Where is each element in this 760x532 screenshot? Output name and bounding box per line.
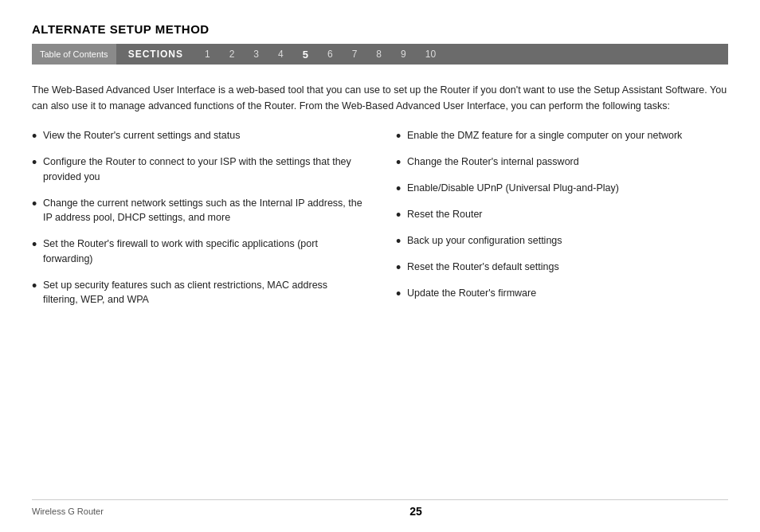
- list-item: • Change the Router's internal password: [396, 155, 728, 170]
- list-item: • Enable/Disable UPnP (Universal Plug-an…: [396, 181, 728, 196]
- right-column: • Enable the DMZ feature for a single co…: [396, 128, 728, 319]
- nav-num-2[interactable]: 2: [220, 49, 245, 60]
- bullet-icon: •: [396, 182, 407, 196]
- list-item: • Set the Router's firewall to work with…: [32, 237, 364, 267]
- list-item: • Set up security features such as clien…: [32, 278, 364, 308]
- bullet-icon: •: [32, 237, 43, 252]
- bullet-text: Change the current network settings such…: [43, 196, 364, 226]
- bullet-icon: •: [396, 155, 407, 170]
- nav-num-7[interactable]: 7: [343, 49, 367, 60]
- bullet-icon: •: [32, 197, 43, 211]
- intro-text: The Web-Based Advanced User Interface is…: [32, 82, 728, 114]
- bullet-text: Reset the Router's default settings: [407, 260, 728, 275]
- nav-numbers: 1 2 3 4 5 6 7 8 9 10: [195, 49, 728, 61]
- nav-num-10[interactable]: 10: [416, 49, 445, 60]
- bullet-text: View the Router's current settings and s…: [43, 128, 364, 143]
- footer-page-number: 25: [409, 505, 422, 518]
- nav-num-3[interactable]: 3: [244, 49, 268, 60]
- list-item: • Enable the DMZ feature for a single co…: [396, 128, 728, 143]
- bullet-text: Enable the DMZ feature for a single comp…: [407, 128, 728, 143]
- bullet-text: Reset the Router: [407, 207, 728, 222]
- list-item: • Reset the Router's default settings: [396, 260, 728, 275]
- page-wrapper: ALTERNATE SETUP METHOD Table of Contents…: [0, 0, 760, 532]
- list-item: • Back up your configuration settings: [396, 233, 728, 248]
- nav-sections-label: SECTIONS: [116, 49, 195, 60]
- bullet-icon: •: [396, 208, 407, 222]
- nav-num-8[interactable]: 8: [366, 49, 391, 60]
- nav-bar: Table of Contents SECTIONS 1 2 3 4 5 6 7…: [32, 44, 728, 65]
- bullet-icon: •: [396, 260, 407, 275]
- list-item: • Update the Router's firmware: [396, 286, 728, 301]
- list-item: • Reset the Router: [396, 207, 728, 222]
- left-column: • View the Router's current settings and…: [32, 128, 364, 319]
- bullet-icon: •: [396, 287, 407, 301]
- bullet-text: Enable/Disable UPnP (Universal Plug-and-…: [407, 181, 728, 196]
- bullet-text: Set up security features such as client …: [43, 278, 364, 308]
- bullet-icon: •: [32, 129, 43, 143]
- bullet-icon: •: [32, 155, 43, 170]
- nav-num-6[interactable]: 6: [318, 49, 343, 60]
- bullet-icon: •: [396, 234, 407, 248]
- page-footer: Wireless G Router 25: [32, 499, 728, 518]
- nav-toc[interactable]: Table of Contents: [32, 44, 116, 65]
- nav-num-4[interactable]: 4: [268, 49, 293, 60]
- bullet-text: Set the Router's firewall to work with s…: [43, 237, 364, 267]
- bullet-text: Configure the Router to connect to your …: [43, 155, 364, 185]
- bullet-text: Back up your configuration settings: [407, 233, 728, 248]
- nav-num-1[interactable]: 1: [195, 49, 220, 60]
- nav-num-5[interactable]: 5: [293, 49, 318, 61]
- page-title: ALTERNATE SETUP METHOD: [32, 0, 728, 44]
- list-item: • View the Router's current settings and…: [32, 128, 364, 143]
- footer-label: Wireless G Router: [32, 507, 104, 516]
- bullet-text: Update the Router's firmware: [407, 286, 728, 301]
- content-columns: • View the Router's current settings and…: [32, 128, 728, 319]
- bullet-icon: •: [396, 129, 407, 143]
- list-item: • Configure the Router to connect to you…: [32, 155, 364, 185]
- nav-num-9[interactable]: 9: [391, 49, 416, 60]
- bullet-icon: •: [32, 279, 43, 293]
- bullet-text: Change the Router's internal password: [407, 155, 728, 170]
- list-item: • Change the current network settings su…: [32, 196, 364, 226]
